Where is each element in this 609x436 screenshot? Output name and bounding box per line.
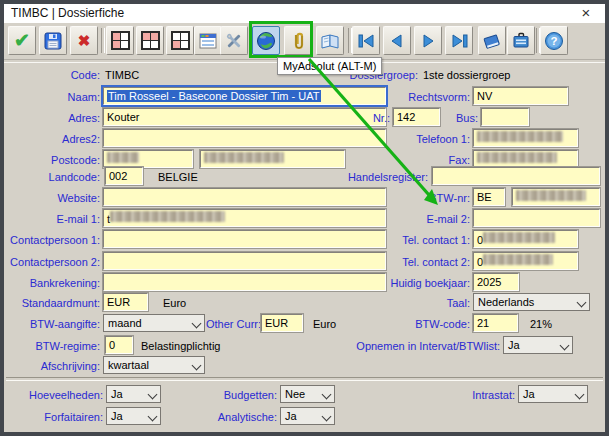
grid-view-1-button[interactable]: [106, 26, 134, 55]
label-huidig-boekjaar: Huidig boekjaar:: [332, 274, 470, 292]
label-intrastat: Intrastat:: [417, 386, 515, 404]
btw-code-field[interactable]: 21: [473, 314, 518, 332]
chevron-down-icon: [575, 390, 585, 400]
confirm-check-icon: ✔: [14, 29, 30, 52]
btw-nr-field[interactable]: [512, 188, 600, 206]
chevron-down-icon: [322, 412, 332, 422]
budgetten-dropdown[interactable]: Nee: [280, 385, 335, 403]
other-curr-field[interactable]: EUR: [261, 314, 303, 332]
masked-value: [483, 254, 553, 265]
list-button[interactable]: [194, 26, 222, 55]
previous-record-button[interactable]: [383, 26, 411, 55]
dossiergroep-value: 1ste dossiergroep: [423, 66, 510, 84]
label-btw-nr: BTW-nr:: [332, 189, 470, 207]
telefoon1-field[interactable]: [473, 129, 578, 147]
contacts-button[interactable]: [507, 26, 535, 55]
journal-button[interactable]: [478, 26, 506, 55]
chevron-down-icon: [192, 361, 202, 371]
tel-contact1-field[interactable]: 0: [473, 230, 578, 248]
label-website: Website:: [2, 189, 100, 207]
first-record-icon: [358, 34, 375, 48]
save-button[interactable]: [39, 26, 67, 55]
chevron-down-icon: [148, 412, 158, 422]
rechtsvorm-field[interactable]: NV: [473, 87, 568, 105]
save-floppy-icon: [44, 32, 62, 50]
afschrijving-dropdown[interactable]: kwartaal: [103, 356, 205, 374]
label-standaardmunt: Standaardmunt:: [2, 294, 100, 312]
grid-view-3-button[interactable]: [166, 26, 194, 55]
postcode-field[interactable]: [103, 150, 193, 168]
label-budgetten: Budgetten:: [182, 386, 277, 404]
gemeente-field[interactable]: [200, 150, 345, 168]
masked-value: [477, 152, 557, 163]
btw-regime-field[interactable]: 0: [105, 336, 133, 354]
taal-value: Nederlands: [478, 296, 534, 308]
chevron-down-icon: [192, 319, 202, 329]
masked-value: [483, 232, 555, 243]
next-record-button[interactable]: [414, 26, 442, 55]
masked-value: [110, 211, 225, 222]
btw-nr-prefix-field[interactable]: BE: [473, 188, 505, 206]
forfaitairen-dropdown[interactable]: Ja: [106, 407, 161, 425]
chevron-down-icon: [322, 390, 332, 400]
btw-aangifte-dropdown[interactable]: maand: [103, 314, 205, 332]
btw-code-text: 21%: [530, 315, 552, 333]
label-adres2: Adres2:: [2, 130, 100, 148]
masked-value: [204, 152, 284, 163]
standaardmunt-text: Euro: [163, 294, 186, 312]
list-window-icon: [199, 33, 217, 49]
intrastat-value: Ja: [523, 388, 535, 400]
grid-view-2-button[interactable]: [136, 26, 164, 55]
taal-dropdown[interactable]: Nederlands: [473, 293, 590, 311]
help-icon: ?: [544, 31, 564, 51]
dossierfiche-window: TIMBC | Dossierfiche × ✔ ✖: [0, 0, 609, 436]
hoeveelheden-value: Ja: [111, 388, 123, 400]
close-button[interactable]: ×: [577, 4, 595, 23]
help-button[interactable]: ?: [540, 26, 568, 55]
hoeveelheden-dropdown[interactable]: Ja: [106, 385, 161, 403]
code-value: TIMBC: [105, 66, 139, 84]
masked-value: [516, 190, 586, 201]
tools-icon: [224, 31, 244, 51]
opnemen-intervat-dropdown[interactable]: Ja: [503, 336, 573, 354]
analytische-dropdown[interactable]: Ja: [280, 407, 335, 425]
landcode-text: BELGIE: [158, 168, 198, 186]
next-record-icon: [421, 34, 435, 48]
email2-field[interactable]: [473, 209, 600, 227]
opnemen-value: Ja: [508, 339, 520, 351]
label-landcode: Landcode:: [2, 168, 100, 186]
label-bus: Bus:: [450, 109, 478, 127]
intrastat-dropdown[interactable]: Ja: [518, 385, 588, 403]
ledger-button[interactable]: [316, 26, 344, 55]
label-afschrijving: Afschrijving:: [2, 357, 100, 375]
naam-selected-text: Tim Rosseel - Basecone Dossier Tim - UAT: [107, 90, 321, 102]
first-record-button[interactable]: [352, 26, 380, 55]
standaardmunt-field[interactable]: EUR: [103, 293, 148, 311]
label-code: Code:: [2, 66, 100, 84]
grid-quadrant-1-icon: [111, 31, 130, 50]
huidig-boekjaar-field[interactable]: 2025: [473, 273, 519, 291]
label-forfaitairen: Forfaitairen:: [2, 408, 103, 426]
label-email1: E-mail 1:: [2, 210, 100, 228]
handelsregister-field[interactable]: [432, 167, 600, 185]
label-btw-regime: BTW-regime:: [2, 337, 100, 355]
label-analytische: Analytische:: [182, 408, 277, 426]
delete-button[interactable]: ✖: [70, 26, 98, 55]
contact-cards-icon: [512, 32, 530, 49]
confirm-button[interactable]: ✔: [8, 26, 36, 55]
landcode-field[interactable]: 002: [105, 167, 143, 185]
tel-contact2-field[interactable]: 0: [473, 252, 578, 270]
chevron-down-icon: [577, 298, 587, 308]
last-record-button[interactable]: [445, 26, 473, 55]
journal-icon: [482, 32, 502, 50]
label-taal: Taal:: [332, 294, 470, 312]
myadsolut-tooltip: MyAdsolut (ALT-M): [277, 57, 382, 75]
tools-button[interactable]: [220, 26, 248, 55]
bus-field[interactable]: [481, 108, 529, 126]
label-naam: Naam:: [2, 88, 100, 106]
fax-field[interactable]: [473, 150, 578, 168]
masked-value: [477, 131, 563, 142]
previous-record-icon: [390, 34, 404, 48]
masked-value: [107, 152, 139, 163]
nr-field[interactable]: 142: [393, 108, 440, 126]
